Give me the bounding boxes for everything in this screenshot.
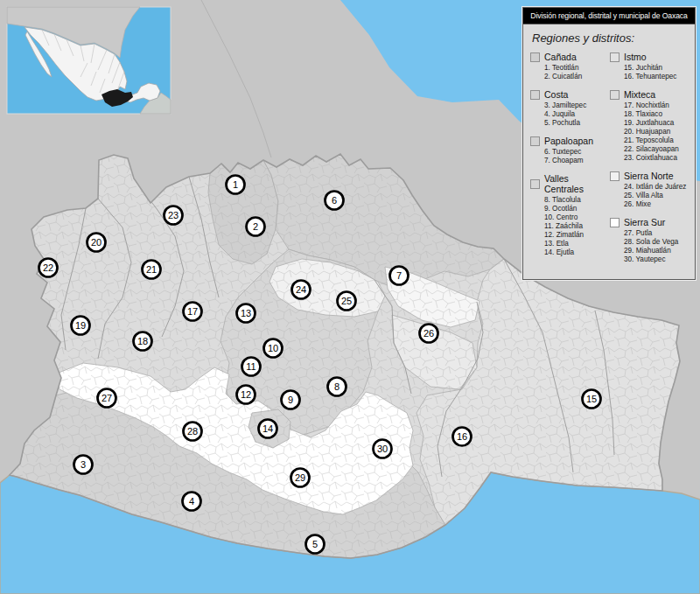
- svg-text:13: 13: [241, 308, 251, 318]
- legend-column: Cañada1. Teotitlán2. CuicatlánCosta3. Ja…: [530, 52, 610, 272]
- district-legend-item: 7. Choapam: [544, 157, 610, 165]
- svg-text:8: 8: [334, 381, 340, 392]
- district-legend-item: 5. Pochutla: [544, 119, 610, 128]
- svg-text:24: 24: [296, 284, 306, 295]
- region-swatch-icon: [610, 90, 620, 100]
- legend-region-canada: Cañada1. Teotitlán2. Cuicatlán: [530, 52, 610, 81]
- district-legend-item: 30. Yautepec: [624, 255, 690, 264]
- district-legend-item: 14. Ejutla: [544, 248, 610, 257]
- svg-text:18: 18: [137, 336, 148, 346]
- district-marker-29: 29: [291, 469, 310, 487]
- region-header: Sierra Norte: [610, 171, 690, 181]
- svg-text:5: 5: [312, 539, 318, 549]
- svg-text:6: 6: [332, 195, 337, 206]
- district-marker-10: 10: [264, 339, 283, 358]
- district-legend-item: 12. Zimatlán: [544, 231, 610, 240]
- legend-region-sierra-norte: Sierra Norte24. Ixtlán de Juárez25. Vill…: [610, 171, 690, 209]
- district-legend-item: 15. Juchitán: [624, 64, 690, 73]
- svg-text:4: 4: [189, 496, 194, 507]
- district-marker-21: 21: [143, 261, 161, 279]
- district-legend-item: 21. Teposcolula: [624, 136, 690, 145]
- district-marker-30: 30: [374, 440, 392, 458]
- svg-text:11: 11: [246, 361, 256, 372]
- region-swatch-icon: [530, 52, 540, 62]
- district-marker-16: 16: [453, 428, 472, 446]
- district-marker-14: 14: [259, 420, 277, 438]
- svg-text:17: 17: [187, 306, 198, 317]
- district-marker-18: 18: [134, 332, 152, 351]
- district-marker-23: 23: [164, 206, 183, 225]
- svg-text:28: 28: [187, 426, 198, 437]
- district-marker-5: 5: [306, 535, 325, 554]
- district-legend-item: 1. Teotitlán: [544, 64, 610, 73]
- svg-text:7: 7: [396, 270, 402, 281]
- legend-region-papaloapan: Papaloapan6. Tuxtepec7. Choapam: [530, 136, 610, 165]
- region-name: Costa: [544, 89, 568, 100]
- svg-text:27: 27: [102, 393, 112, 403]
- region-swatch-icon: [610, 171, 620, 181]
- legend-panel: División regional, distrital y municipal…: [522, 7, 696, 280]
- district-marker-7: 7: [390, 267, 409, 285]
- svg-text:20: 20: [91, 237, 102, 248]
- district-legend-item: 13. Etla: [544, 240, 610, 248]
- district-legend-item: 3. Jamiltepec: [544, 101, 610, 110]
- legend-title-bar: División regional, distrital y municipal…: [523, 8, 695, 24]
- district-marker-11: 11: [242, 358, 261, 376]
- svg-text:10: 10: [268, 343, 278, 353]
- district-marker-24: 24: [292, 281, 311, 299]
- district-legend-item: 26. Mixe: [624, 200, 690, 209]
- region-name: Cañada: [544, 52, 577, 62]
- svg-text:29: 29: [295, 472, 305, 483]
- svg-text:26: 26: [424, 328, 434, 339]
- oaxaca-division-map: 1234567891011121314151617181920212223242…: [0, 0, 700, 594]
- district-marker-26: 26: [420, 325, 438, 343]
- svg-text:14: 14: [262, 423, 273, 434]
- svg-text:25: 25: [341, 296, 352, 306]
- district-legend-item: 29. Miahuatlán: [624, 247, 690, 255]
- svg-text:30: 30: [377, 444, 388, 454]
- district-legend-item: 9. Ocotlán: [544, 205, 610, 213]
- district-marker-17: 17: [184, 303, 202, 321]
- svg-text:21: 21: [146, 264, 157, 275]
- district-legend-item: 24. Ixtlán de Juárez: [624, 183, 690, 192]
- district-legend-item: 8. Tlacolula: [544, 196, 610, 205]
- legend-region-sierra-sur: Sierra Sur27. Putla28. Sola de Vega29. M…: [610, 217, 690, 264]
- region-header: Istmo: [610, 52, 690, 62]
- district-legend-item: 11. Zaáchila: [544, 222, 610, 231]
- district-marker-2: 2: [247, 218, 265, 236]
- district-legend-item: 27. Putla: [624, 229, 690, 238]
- legend-body: Regiones y distritos: Cañada1. Teotitlán…: [523, 24, 695, 279]
- region-name: Valles Centrales: [544, 173, 610, 194]
- region-header: Costa: [530, 89, 610, 100]
- region-name: Sierra Sur: [624, 217, 665, 227]
- region-name: Sierra Norte: [624, 171, 674, 181]
- svg-text:2: 2: [253, 221, 258, 232]
- svg-text:23: 23: [168, 210, 178, 220]
- district-marker-9: 9: [282, 391, 300, 409]
- district-marker-20: 20: [88, 234, 106, 252]
- legend-region-valles-centrales: Valles Centrales8. Tlacolula9. Ocotlán10…: [530, 173, 610, 257]
- district-legend-item: 4. Juquila: [544, 110, 610, 119]
- district-legend-item: 23. Coixtlahuaca: [624, 154, 690, 163]
- svg-text:22: 22: [43, 262, 53, 273]
- district-legend-item: 25. Villa Alta: [624, 192, 690, 200]
- district-marker-8: 8: [328, 378, 346, 396]
- svg-text:3: 3: [80, 459, 86, 470]
- district-marker-25: 25: [338, 292, 356, 311]
- district-legend-item: 22. Silacayoapan: [624, 145, 690, 154]
- district-legend-item: 20. Huajuapan: [624, 128, 690, 136]
- region-swatch-icon: [610, 52, 620, 62]
- district-marker-6: 6: [326, 192, 344, 210]
- district-legend-item: 19. Juxtlahuaca: [624, 119, 690, 128]
- district-marker-19: 19: [72, 317, 90, 335]
- legend-heading: Regiones y distritos:: [532, 31, 690, 45]
- legend-column: Istmo15. Juchitán16. TehuantepecMixteca1…: [610, 52, 690, 272]
- legend-region-mixteca: Mixteca17. Nochixtlán18. Tlaxiaco19. Jux…: [610, 89, 690, 163]
- district-legend-item: 2. Cuicatlán: [544, 73, 610, 81]
- svg-text:19: 19: [75, 320, 86, 331]
- region-header: Cañada: [530, 52, 610, 62]
- svg-text:15: 15: [586, 394, 597, 404]
- district-marker-27: 27: [98, 389, 116, 408]
- district-marker-13: 13: [237, 304, 256, 323]
- region-header: Valles Centrales: [530, 173, 610, 194]
